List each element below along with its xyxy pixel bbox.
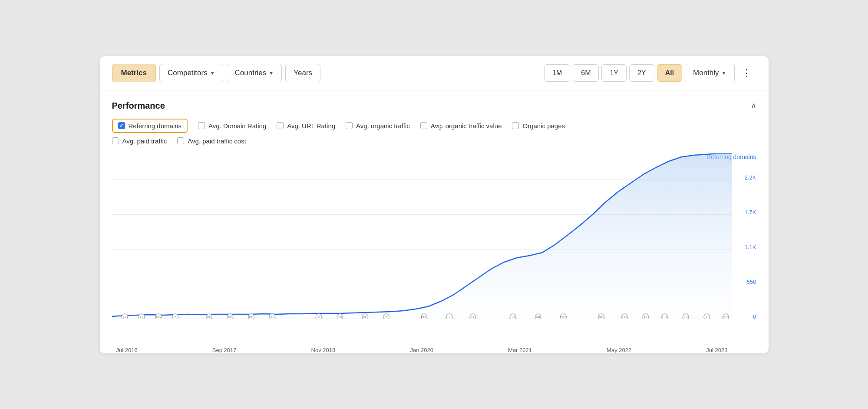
countries-button[interactable]: Countries ▼ <box>227 64 282 82</box>
metrics-row-2: Avg. paid traffic Avg. paid traffic cost <box>112 137 756 145</box>
y-label-17k: 1.7K <box>745 209 756 216</box>
svg-text:2G: 2G <box>683 315 687 318</box>
svg-text:G: G <box>644 315 647 318</box>
y-label-550: 550 <box>747 279 756 285</box>
checkbox-avg-organic-traffic-value[interactable] <box>420 122 427 129</box>
x-label-sep2017: Sep 2017 <box>212 347 237 353</box>
checkbox-avg-organic-traffic[interactable] <box>346 122 353 129</box>
svg-text:512G: 512G <box>560 315 567 318</box>
chevron-down-icon: ▼ <box>722 70 726 76</box>
performance-title: Performance <box>112 101 165 111</box>
metric-organic-pages[interactable]: Organic pages <box>512 122 565 130</box>
performance-header: Performance ∧ <box>112 101 756 111</box>
x-label-nov2018: Nov 2018 <box>311 347 336 353</box>
more-options-button[interactable]: ⋮ <box>737 64 756 82</box>
svg-text:CG: CG <box>156 315 160 318</box>
grid-line-5 <box>112 319 732 319</box>
svg-text:CGG: CGG <box>535 315 541 318</box>
checkbox-avg-paid-traffic-cost[interactable] <box>177 137 184 144</box>
svg-text:GG: GG <box>510 315 515 318</box>
chart-container: Referring domains 2.2K 1.7K 1.1K 550 0 <box>112 153 756 353</box>
metric-avg-url-rating[interactable]: Avg. URL Rating <box>277 122 335 130</box>
metrics-row-1: Referring domains Avg. Domain Rating Avg… <box>112 119 756 133</box>
collapse-button[interactable]: ∧ <box>751 101 756 110</box>
toolbar: Metrics Competitors ▼ Countries ▼ Years … <box>100 56 769 90</box>
svg-text:2: 2 <box>174 315 176 318</box>
svg-text:2: 2 <box>385 315 387 318</box>
metric-avg-organic-traffic-value[interactable]: Avg. organic traffic value <box>420 122 502 130</box>
svg-text:CG: CG <box>249 315 253 318</box>
period-2y-button[interactable]: 2Y <box>629 64 654 82</box>
period-6m-button[interactable]: 6M <box>573 64 599 82</box>
checkbox-avg-paid-traffic[interactable] <box>112 137 119 144</box>
svg-text:CCG: CCG <box>722 315 729 318</box>
svg-text:G: G <box>471 315 474 318</box>
svg-text:CCG: CCG <box>421 315 427 318</box>
period-1m-button[interactable]: 1M <box>544 64 570 82</box>
svg-text:CG: CG <box>622 315 627 318</box>
chart-area-fill <box>112 153 732 319</box>
y-label-22k: 2.2K <box>745 174 756 181</box>
svg-text:CG: CG <box>228 315 232 318</box>
monthly-button[interactable]: Monthly ▼ <box>685 64 734 82</box>
svg-text:GG: GG <box>363 315 367 318</box>
x-label-jul2016: Jul 2016 <box>116 347 138 353</box>
metric-referring-domains[interactable]: Referring domains <box>112 119 188 133</box>
svg-text:GG: GG <box>662 315 667 318</box>
y-label-0: 0 <box>753 313 756 320</box>
x-label-mar2021: Mar 2021 <box>508 347 532 353</box>
checkbox-avg-domain-rating[interactable] <box>198 122 205 129</box>
performance-section: Performance ∧ Referring domains Avg. Dom… <box>100 90 769 353</box>
metrics-button[interactable]: Metrics <box>112 64 156 82</box>
years-button[interactable]: Years <box>285 64 320 82</box>
x-label-jan2020: Jan 2020 <box>410 347 433 353</box>
chart-svg: G G CG 2 CG CG CG G <box>112 153 732 319</box>
metric-avg-paid-traffic-cost[interactable]: Avg. paid traffic cost <box>177 137 246 145</box>
svg-text:G: G <box>271 315 274 318</box>
x-axis-labels: Jul 2016 Sep 2017 Nov 2018 Jan 2020 Mar … <box>112 347 732 353</box>
checkbox-avg-url-rating[interactable] <box>277 122 284 129</box>
chevron-down-icon: ▼ <box>210 70 215 76</box>
y-label-11k: 1.1K <box>745 244 756 250</box>
main-container: Metrics Competitors ▼ Countries ▼ Years … <box>100 56 769 353</box>
x-label-may2022: May 2022 <box>607 347 631 353</box>
svg-text:G: G <box>140 315 142 318</box>
svg-text:G: G <box>123 315 126 318</box>
toolbar-right: 1M 6M 1Y 2Y All Monthly ▼ ⋮ <box>544 64 756 82</box>
svg-text:2: 2 <box>448 315 450 318</box>
checkbox-referring-domains[interactable] <box>118 122 125 129</box>
checkbox-organic-pages[interactable] <box>512 122 519 129</box>
svg-text:CG: CG <box>337 315 342 318</box>
toolbar-left: Metrics Competitors ▼ Countries ▼ Years <box>112 64 321 82</box>
x-label-jul2023: Jul 2023 <box>706 347 727 353</box>
period-1y-button[interactable]: 1Y <box>601 64 627 82</box>
svg-text:2: 2 <box>706 315 707 318</box>
chevron-down-icon: ▼ <box>269 70 274 76</box>
metric-avg-paid-traffic[interactable]: Avg. paid traffic <box>112 137 167 145</box>
svg-text:2: 2 <box>317 315 319 318</box>
svg-text:3G: 3G <box>599 315 603 318</box>
period-all-button[interactable]: All <box>657 64 682 82</box>
metric-avg-domain-rating[interactable]: Avg. Domain Rating <box>198 122 266 130</box>
metric-avg-organic-traffic[interactable]: Avg. organic traffic <box>346 122 410 130</box>
svg-text:CG: CG <box>207 315 211 318</box>
competitors-button[interactable]: Competitors ▼ <box>159 64 223 82</box>
